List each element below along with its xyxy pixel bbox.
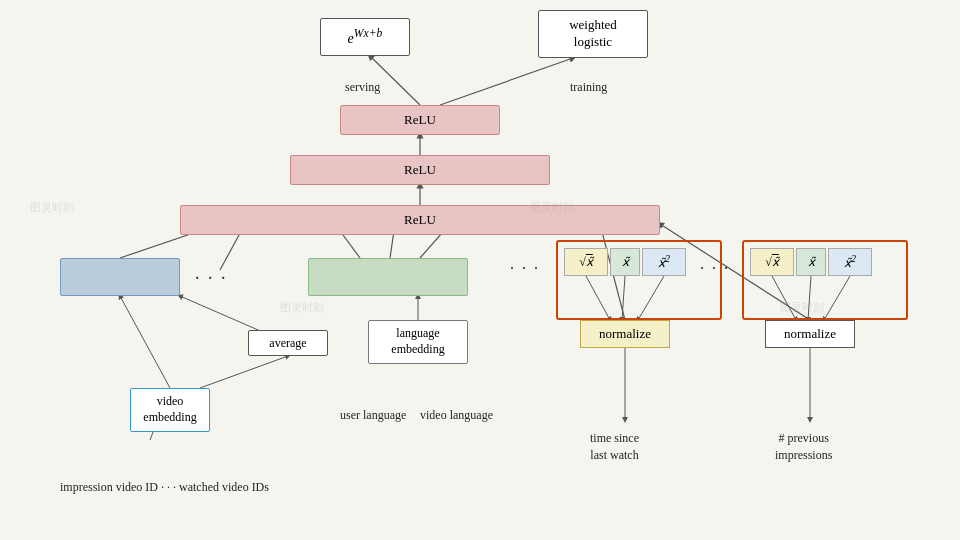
video-embeddings-rect: [60, 258, 180, 296]
relu-top-text: ReLU: [404, 112, 436, 128]
relu-bot-text: ReLU: [404, 212, 436, 228]
architecture-diagram: eWx+b weighted logistic serving training…: [0, 0, 960, 540]
normalize-text-1: normalize: [599, 326, 651, 342]
svg-line-20: [200, 356, 288, 388]
serving-label: serving: [345, 80, 380, 95]
prev-impressions-label: # previousimpressions: [775, 430, 832, 464]
sqrt-x-box-1: √x̃: [564, 248, 608, 276]
sqrt-x-box-2: √x̃: [750, 248, 794, 276]
x-squared-box-2: x̃2: [828, 248, 872, 276]
training-label: training: [570, 80, 607, 95]
x-squared-text-2: x̃2: [844, 253, 856, 271]
normalize-box-1: normalize: [580, 320, 670, 348]
sqrt-x-text-2: √x̃: [765, 255, 779, 270]
user-language-label: user language: [340, 408, 406, 423]
normalize-box-2: normalize: [765, 320, 855, 348]
dots-before-norm2: · · ·: [700, 260, 730, 278]
svg-line-19: [120, 296, 170, 388]
language-embedding-text: language embedding: [391, 326, 444, 357]
average-box: average: [248, 330, 328, 356]
relu-top-box: ReLU: [340, 105, 500, 135]
svg-line-1: [440, 58, 573, 105]
language-embedding-rect: [308, 258, 468, 296]
x-tilde-text-2: x̃: [808, 255, 815, 270]
video-embedding-text: video embedding: [143, 394, 196, 425]
language-embedding-label: language embedding: [368, 320, 468, 364]
impression-video-label: impression video ID · · · watched video …: [60, 480, 269, 495]
relu-bot-box: ReLU: [180, 205, 660, 235]
formula-text: eWx+b: [348, 27, 383, 47]
dots-between: · · ·: [195, 268, 228, 289]
relu-mid-box: ReLU: [290, 155, 550, 185]
x-tilde-box-1: x̃: [610, 248, 640, 276]
time-since-label: time sincelast watch: [590, 430, 639, 464]
relu-mid-text: ReLU: [404, 162, 436, 178]
dots-before-norm1: · · ·: [510, 260, 540, 278]
x-tilde-text-1: x̃: [622, 255, 629, 270]
watermark-2: 图灵时刻: [280, 300, 324, 315]
formula-box: eWx+b: [320, 18, 410, 56]
watermark-1: 图灵时刻: [30, 200, 74, 215]
video-language-label: video language: [420, 408, 493, 423]
x-squared-box-1: x̃2: [642, 248, 686, 276]
weighted-logistic-text: weighted logistic: [569, 17, 617, 51]
x-tilde-box-2: x̃: [796, 248, 826, 276]
normalize-text-2: normalize: [784, 326, 836, 342]
sqrt-x-text-1: √x̃: [579, 255, 593, 270]
weighted-logistic-box: weighted logistic: [538, 10, 648, 58]
video-embedding-label: video embedding: [130, 388, 210, 432]
average-text: average: [269, 336, 306, 351]
x-squared-text-1: x̃2: [658, 253, 670, 271]
